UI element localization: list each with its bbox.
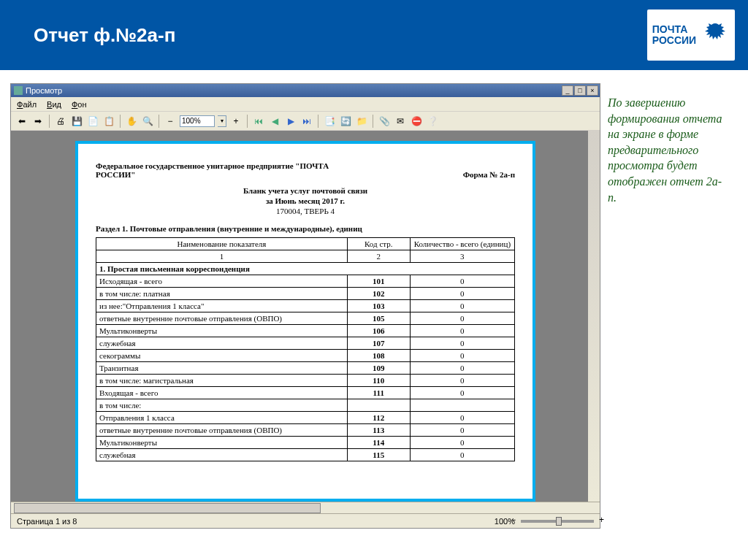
export-icon[interactable]: 📄 <box>86 115 99 128</box>
zoom-value[interactable]: 100% <box>180 115 215 127</box>
group-row: 1. Простая письменная корреспонденция <box>96 263 515 275</box>
zoom-dropdown-icon[interactable]: ▾ <box>218 115 226 127</box>
attach-icon[interactable]: 📎 <box>378 115 391 128</box>
app-icon <box>14 86 23 95</box>
layout-icon[interactable]: 📑 <box>323 115 336 128</box>
window-title: Просмотр <box>26 86 62 95</box>
zoom-icon[interactable]: 🔍 <box>141 115 154 128</box>
zoom-in-icon[interactable]: + <box>229 115 243 128</box>
statusbar: Страница 1 из 8 100% <box>11 513 600 528</box>
close-button[interactable]: × <box>587 85 598 96</box>
hand-icon[interactable]: ✋ <box>125 115 138 128</box>
menu-view[interactable]: Вид <box>47 100 61 109</box>
row-label: служебная <box>96 337 348 350</box>
menu-background[interactable]: Фон <box>72 100 87 109</box>
col-qty: Количество - всего (единиц) <box>410 238 514 250</box>
zoom-slider[interactable] <box>521 520 594 523</box>
horizontal-scrollbar-thumb[interactable] <box>14 503 321 513</box>
vertical-scrollbar-thumb[interactable] <box>589 144 599 180</box>
row-qty: 0 <box>410 424 514 437</box>
row-label: Отправления 1 класса <box>96 412 348 424</box>
maximize-button[interactable]: □ <box>574 85 586 96</box>
row-qty: 0 <box>410 312 514 325</box>
doc-place: 170004, ТВЕРЬ 4 <box>96 207 515 215</box>
row-code: 106 <box>347 325 410 337</box>
row-code: 113 <box>347 424 410 437</box>
back-icon[interactable]: ⬅ <box>15 115 28 128</box>
row-label: Транзитная <box>96 362 348 375</box>
table-row: Отправления 1 класса1120 <box>96 412 515 424</box>
minimize-button[interactable]: _ <box>562 85 573 96</box>
row-code: 111 <box>347 387 410 399</box>
row-qty: 0 <box>410 375 514 387</box>
row-label: из нее:"Отправления 1 класса" <box>96 300 348 312</box>
table-row: из нее:"Отправления 1 класса"1030 <box>96 300 515 312</box>
menubar: Файл Вид Фон <box>11 97 600 112</box>
eagle-icon <box>701 20 730 50</box>
row-label: ответные внутренние почтовые отправления… <box>96 312 348 325</box>
row-code: 112 <box>347 412 410 424</box>
mail-icon[interactable]: ✉ <box>394 115 407 128</box>
side-description: По завершению формирования отчета на экр… <box>608 83 725 529</box>
stop-icon[interactable]: ⛔ <box>410 115 423 128</box>
colnum-3: 3 <box>410 250 514 263</box>
logo-line1: ПОЧТА <box>652 24 696 35</box>
last-page-icon[interactable]: ⏭ <box>300 115 313 128</box>
next-page-icon[interactable]: ▶ <box>284 115 297 128</box>
row-code: 109 <box>347 362 410 375</box>
zoom-out-icon[interactable]: − <box>164 115 177 128</box>
save-icon[interactable]: 💾 <box>70 115 83 128</box>
org-name: Федеральное государственное унитарное пр… <box>96 161 344 179</box>
row-label: в том числе: <box>96 399 348 412</box>
row-code: 101 <box>347 275 410 288</box>
colnum-2: 2 <box>347 250 410 263</box>
slide-header: Отчет ф.№2а-п ПОЧТА РОССИИ <box>0 0 748 70</box>
titlebar: Просмотр _ □ × <box>11 84 600 97</box>
row-label: в том числе: платная <box>96 288 348 300</box>
menu-file[interactable]: Файл <box>17 100 37 109</box>
table-row: служебная1070 <box>96 337 515 350</box>
folder-icon[interactable]: 📁 <box>355 115 368 128</box>
row-code: 107 <box>347 337 410 350</box>
help-icon[interactable]: ❔ <box>426 115 439 128</box>
table-row: секограммы1080 <box>96 350 515 362</box>
page-viewport[interactable]: Федеральное государственное унитарное пр… <box>11 131 600 502</box>
table-row: в том числе: <box>96 399 515 412</box>
doc-title: Бланк учета услуг почтовой связи <box>96 186 515 195</box>
logo-line2: РОССИИ <box>652 35 696 46</box>
horizontal-scrollbar[interactable] <box>11 502 600 513</box>
logo: ПОЧТА РОССИИ <box>647 9 735 61</box>
table-row: Мультиконверты1060 <box>96 325 515 337</box>
slide-title: Отчет ф.№2а-п <box>34 24 175 47</box>
row-code: 115 <box>347 449 410 461</box>
row-code <box>347 399 410 412</box>
prev-page-icon[interactable]: ◀ <box>268 115 281 128</box>
zoom-slider-knob[interactable] <box>556 517 562 526</box>
table-row: в том числе: магистральная1100 <box>96 375 515 387</box>
row-qty: 0 <box>410 437 514 449</box>
row-label: в том числе: магистральная <box>96 375 348 387</box>
forward-icon[interactable]: ➡ <box>31 115 45 128</box>
copy-icon[interactable]: 📋 <box>102 115 115 128</box>
row-qty: 0 <box>410 387 514 399</box>
colnum-1: 1 <box>96 250 348 263</box>
table-row: Транзитная1090 <box>96 362 515 375</box>
row-label: Входящая - всего <box>96 387 348 399</box>
row-qty: 0 <box>410 275 514 288</box>
row-label: секограммы <box>96 350 348 362</box>
first-page-icon[interactable]: ⏮ <box>252 115 265 128</box>
row-code: 110 <box>347 375 410 387</box>
table-row: ответные внутренние почтовые отправления… <box>96 424 515 437</box>
table-row: Мультиконверты1140 <box>96 437 515 449</box>
print-icon[interactable]: 🖨 <box>54 115 67 128</box>
row-qty: 0 <box>410 350 514 362</box>
section-title: Раздел 1. Почтовые отправления (внутренн… <box>96 224 515 233</box>
doc-period: за Июнь месяц 2017 г. <box>96 196 515 205</box>
row-code: 105 <box>347 312 410 325</box>
refresh-icon[interactable]: 🔄 <box>339 115 352 128</box>
preview-window: Просмотр _ □ × Файл Вид Фон ⬅ ➡ 🖨 💾 📄 📋 … <box>10 83 600 529</box>
row-qty <box>410 399 514 412</box>
col-code: Код стр. <box>347 238 410 250</box>
report-table: Наименование показателя Код стр. Количес… <box>96 237 515 461</box>
row-code: 114 <box>347 437 410 449</box>
